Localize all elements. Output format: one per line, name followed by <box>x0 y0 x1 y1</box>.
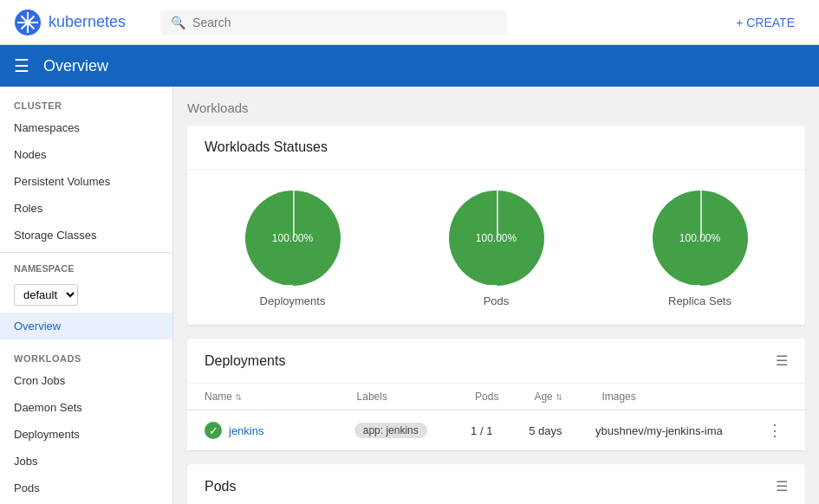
header: kubernetes 🔍 + CREATE <box>0 0 819 45</box>
search-bar[interactable]: 🔍 <box>160 10 507 35</box>
deployments-table: Name ⇅ Labels Pods Age ⇅ Images ✓ jenkin… <box>187 384 805 450</box>
layout: Cluster Namespaces Nodes Persistent Volu… <box>0 87 819 504</box>
deployment-pods: 1 / 1 <box>471 424 529 437</box>
col-actions <box>770 391 788 403</box>
app-name: kubernetes <box>49 13 126 31</box>
pods-label: Pods <box>484 294 510 307</box>
check-icon: ✓ <box>205 422 222 439</box>
menu-icon[interactable]: ☰ <box>14 55 29 76</box>
search-icon: 🔍 <box>171 16 185 29</box>
cluster-section-label: Cluster <box>0 87 172 114</box>
label-badge: app: jenkins <box>354 423 427 438</box>
namespace-label: Namespace <box>14 263 74 277</box>
sidebar-item-jobs[interactable]: Jobs <box>0 448 172 475</box>
replica-sets-label: Replica Sets <box>668 294 731 307</box>
sidebar: Cluster Namespaces Nodes Persistent Volu… <box>0 87 173 504</box>
pods-card: Pods ☰ Name ⇅ Node Status ⇅ Restarts Age… <box>187 464 805 504</box>
col-images: Images <box>601 391 770 403</box>
create-button[interactable]: + CREATE <box>725 9 805 36</box>
pods-card-title: Pods <box>205 479 236 494</box>
deployments-card-header: Deployments ☰ <box>187 339 805 384</box>
status-pods: 100.00% Pods <box>449 191 544 307</box>
status-deployments: 100.00% Deployments <box>245 191 341 307</box>
sidebar-item-pods[interactable]: Pods <box>0 475 172 501</box>
namespace-selector: Namespace <box>0 252 172 284</box>
top-nav: ☰ Overview <box>0 45 819 87</box>
statuses-title: Workloads Statuses <box>205 139 328 155</box>
deployments-card-title: Deployments <box>205 353 285 369</box>
deployments-header-row: Name ⇅ Labels Pods Age ⇅ Images <box>187 384 805 410</box>
deployments-label: Deployments <box>260 294 326 307</box>
status-replica-sets: 100.00% Replica Sets <box>653 191 748 307</box>
workloads-section-label: Workloads <box>0 339 172 367</box>
col-pods: Pods <box>475 391 534 403</box>
search-input[interactable] <box>192 16 497 29</box>
col-age: Age ⇅ <box>534 391 601 403</box>
sidebar-item-daemon-sets[interactable]: Daemon Sets <box>0 394 172 421</box>
deployments-chart: 100.00% <box>245 191 341 286</box>
col-name: Name ⇅ <box>205 391 357 403</box>
statuses-card: Workloads Statuses 100.00% Deployments 1… <box>187 126 805 325</box>
statuses-grid: 100.00% Deployments 100.00% Pods <box>187 170 805 325</box>
sidebar-item-namespaces[interactable]: Namespaces <box>0 114 172 141</box>
deployment-link[interactable]: jenkins <box>229 424 263 437</box>
logo: kubernetes <box>14 9 126 36</box>
table-row: ✓ jenkins app: jenkins 1 / 1 5 days ybus… <box>187 410 805 450</box>
deployment-menu-icon[interactable]: ⋮ <box>762 419 788 442</box>
replica-sets-chart: 100.00% <box>653 191 748 286</box>
deployment-age: 5 days <box>529 424 595 437</box>
namespace-select[interactable]: default <box>14 284 78 306</box>
replica-sets-pct: 100.00% <box>679 232 720 244</box>
deployments-filter-icon[interactable]: ☰ <box>776 352 788 369</box>
pie-line-deployments <box>293 191 295 238</box>
deployments-pct: 100.00% <box>272 232 313 244</box>
sidebar-item-overview[interactable]: Overview <box>0 313 172 339</box>
sidebar-item-persistent-volumes[interactable]: Persistent Volumes <box>0 168 172 195</box>
pie-line-replica-sets <box>700 191 702 238</box>
sidebar-item-cron-jobs[interactable]: Cron Jobs <box>0 367 172 394</box>
sidebar-item-nodes[interactable]: Nodes <box>0 141 172 168</box>
sidebar-item-deployments[interactable]: Deployments <box>0 421 172 448</box>
main-content: Workloads Workloads Statuses 100.00% Dep… <box>173 87 819 504</box>
sidebar-item-storage-classes[interactable]: Storage Classes <box>0 222 172 249</box>
col-labels: Labels <box>357 391 476 403</box>
pie-line-pods <box>497 191 498 238</box>
namespace-select-wrapper[interactable]: default <box>0 284 172 313</box>
pods-card-header: Pods ☰ <box>187 464 805 504</box>
deployment-images: ybushnev/my-jenkins-ima <box>595 424 762 437</box>
sidebar-item-roles[interactable]: Roles <box>0 195 172 222</box>
pods-pct: 100.00% <box>476 232 517 244</box>
statuses-card-header: Workloads Statuses <box>187 126 805 170</box>
page-title: Workloads <box>187 100 805 115</box>
deployments-card: Deployments ☰ Name ⇅ Labels Pods Age ⇅ I… <box>187 339 805 450</box>
pods-chart: 100.00% <box>449 191 544 286</box>
pods-filter-icon[interactable]: ☰ <box>776 478 788 494</box>
nav-title: Overview <box>43 57 108 75</box>
deployments-row-name-cell: ✓ jenkins <box>205 422 354 439</box>
kubernetes-logo-icon <box>14 9 42 36</box>
deployment-labels: app: jenkins <box>354 423 471 438</box>
